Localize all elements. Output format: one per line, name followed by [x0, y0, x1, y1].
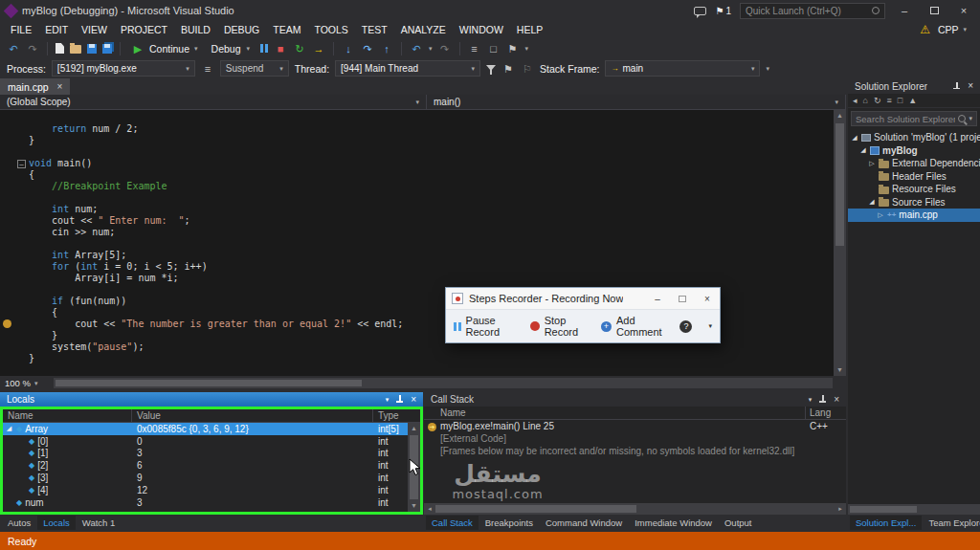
breakpoint-margin[interactable] [0, 169, 16, 181]
breakpoint-icon[interactable] [3, 319, 11, 328]
menu-item-analyze[interactable]: ANALYZE [394, 24, 453, 35]
stop-debugging-icon[interactable]: ■ [274, 42, 287, 55]
tab-output[interactable]: Output [719, 516, 758, 530]
call-stack-horizontal-scrollbar[interactable]: ◂ ▸ [424, 503, 846, 515]
locals-row[interactable]: ◆[4]12int [3, 484, 408, 496]
close-icon[interactable]: × [834, 395, 839, 405]
breakpoint-margin[interactable] [0, 181, 16, 192]
new-file-icon[interactable] [56, 43, 64, 54]
cpp-dropdown[interactable]: CPP ▾ [938, 24, 967, 35]
scrollbar-thumb[interactable] [435, 505, 636, 513]
show-next-statement-icon[interactable]: → [312, 42, 325, 55]
tree-item-external-dependencies[interactable]: ▷External Dependencies [848, 157, 980, 170]
stack-frame-row[interactable]: [Frames below may be incorrect and/or mi… [424, 445, 846, 457]
locals-row[interactable]: ◆[1]3int [3, 448, 408, 460]
expanded-icon[interactable]: ◢ [868, 198, 876, 206]
close-button[interactable]: × [695, 288, 720, 309]
scroll-left-icon[interactable]: ◂ [424, 505, 435, 513]
tree-item-myblog[interactable]: ◢myBlog [848, 144, 980, 158]
close-icon[interactable]: × [968, 81, 973, 91]
breakpoint-margin[interactable] [0, 284, 16, 296]
breakpoint-margin[interactable] [0, 341, 16, 353]
scroll-down-icon[interactable]: ▼ [834, 364, 846, 376]
steps-recorder-window[interactable]: Steps Recorder - Recording Now – × Pause… [445, 287, 721, 343]
pin-icon[interactable] [952, 82, 961, 91]
close-button[interactable]: × [953, 3, 974, 18]
debug-target-dropdown[interactable]: Debug ▾ [207, 43, 255, 55]
solution-search-box[interactable]: Search Solution Explorer (Ctrl+;) ▾ [851, 111, 977, 126]
undo-icon[interactable]: ↶ [410, 42, 423, 55]
column-header-type[interactable]: Type [373, 409, 420, 422]
pin-icon[interactable] [818, 395, 827, 404]
flag-threads-icon[interactable]: ⚑ [501, 62, 515, 76]
tree-item-main-cpp[interactable]: ▷++main.cpp [848, 209, 980, 222]
breakpoint-margin[interactable] [0, 238, 16, 250]
step-into-icon[interactable]: ↓ [342, 42, 355, 55]
expanded-icon[interactable]: ◢ [851, 134, 858, 142]
stack-frame-dropdown[interactable]: → main ▾ [605, 60, 760, 77]
feedback-icon[interactable] [694, 7, 706, 15]
close-icon[interactable]: × [411, 395, 416, 405]
column-header-name[interactable]: Name [424, 407, 806, 419]
expanded-icon[interactable]: ◢ [5, 425, 13, 432]
chevron-down-icon[interactable]: ▾ [708, 322, 712, 330]
menu-item-debug[interactable]: DEBUG [217, 24, 266, 35]
thread-dropdown[interactable]: [944] Main Thread ▾ [335, 60, 480, 77]
process-dropdown[interactable]: [5192] myBlog.exe ▾ [52, 60, 195, 77]
quick-launch-box[interactable]: Quick Launch (Ctrl+Q) [740, 3, 885, 19]
scope-dropdown[interactable]: (Global Scope) ▾ [0, 95, 427, 109]
menu-item-view[interactable]: VIEW [75, 24, 114, 35]
breakpoint-margin[interactable] [0, 204, 16, 215]
scroll-down-icon[interactable]: ▼ [408, 500, 420, 512]
menu-item-build[interactable]: BUILD [174, 24, 217, 35]
maximize-button[interactable] [924, 3, 945, 18]
tree-item-resource-files[interactable]: Resource Files [848, 183, 980, 196]
solution-horizontal-scrollbar[interactable] [848, 504, 980, 515]
breakpoint-margin[interactable] [0, 215, 16, 227]
preview-icon[interactable]: ▲ [908, 96, 917, 105]
column-header-value[interactable]: Value [132, 409, 373, 422]
editor-horizontal-scrollbar[interactable] [54, 378, 833, 388]
breakpoint-margin[interactable] [0, 353, 16, 364]
process-list-icon[interactable]: ≡ [201, 62, 214, 76]
scroll-up-icon[interactable]: ▲ [408, 423, 420, 434]
column-header-lang[interactable]: Lang [806, 407, 846, 419]
tab-breakpoints[interactable]: Breakpoints [479, 516, 539, 530]
continue-button[interactable]: ▶ Continue ▾ [128, 42, 201, 55]
warning-icon[interactable]: ⚠ [920, 23, 930, 36]
locals-row[interactable]: ◆[2]6int [3, 459, 408, 472]
menu-item-project[interactable]: PROJECT [114, 24, 174, 35]
find-in-files-icon[interactable]: □ [487, 42, 501, 55]
tab-immediate-window[interactable]: Immediate Window [629, 516, 718, 530]
toolbar-overflow-icon[interactable]: ▾ [525, 45, 529, 53]
tab-watch-1[interactable]: Watch 1 [77, 516, 122, 530]
locals-row[interactable]: ◆[0]0int [3, 435, 408, 448]
breakpoint-margin[interactable] [0, 123, 16, 135]
tree-item-solution-myblog-1-project[interactable]: ◢Solution 'myBlog' (1 project) [848, 131, 980, 144]
breakpoint-margin[interactable] [0, 273, 16, 284]
redo-icon[interactable]: ↷ [438, 42, 452, 55]
scrollbar-thumb[interactable] [850, 506, 917, 513]
tab-main-cpp[interactable]: main.cpp × [0, 78, 70, 95]
help-button[interactable]: ? [679, 320, 692, 333]
pin-icon[interactable] [395, 395, 404, 404]
tab-call-stack[interactable]: Call Stack [426, 516, 479, 530]
filter-icon[interactable] [486, 65, 496, 71]
collapse-all-icon[interactable]: ≡ [887, 96, 892, 105]
solution-explorer-title-bar[interactable]: Solution Explorer × [848, 78, 980, 94]
maximize-button[interactable] [670, 288, 695, 309]
navigate-back-icon[interactable]: ↶ [7, 42, 20, 55]
search-icon[interactable] [872, 7, 880, 14]
steps-recorder-title-bar[interactable]: Steps Recorder - Recording Now – × [446, 288, 720, 309]
stop-record-button[interactable]: Stop Record [530, 315, 589, 338]
open-file-icon[interactable] [70, 45, 81, 54]
suspend-dropdown[interactable]: Suspend ▾ [220, 60, 289, 77]
scroll-right-icon[interactable]: ▸ [835, 505, 846, 513]
window-position-icon[interactable]: ▾ [386, 396, 390, 404]
call-stack-title-bar[interactable]: Call Stack ▾ × [424, 392, 846, 407]
restart-icon[interactable]: ↻ [293, 42, 306, 55]
breakpoint-margin[interactable] [0, 146, 16, 158]
tab-solution-expl[interactable]: Solution Expl... [850, 516, 922, 530]
menu-item-tools[interactable]: TOOLS [307, 24, 354, 35]
back-icon[interactable]: ◂ [853, 96, 858, 105]
